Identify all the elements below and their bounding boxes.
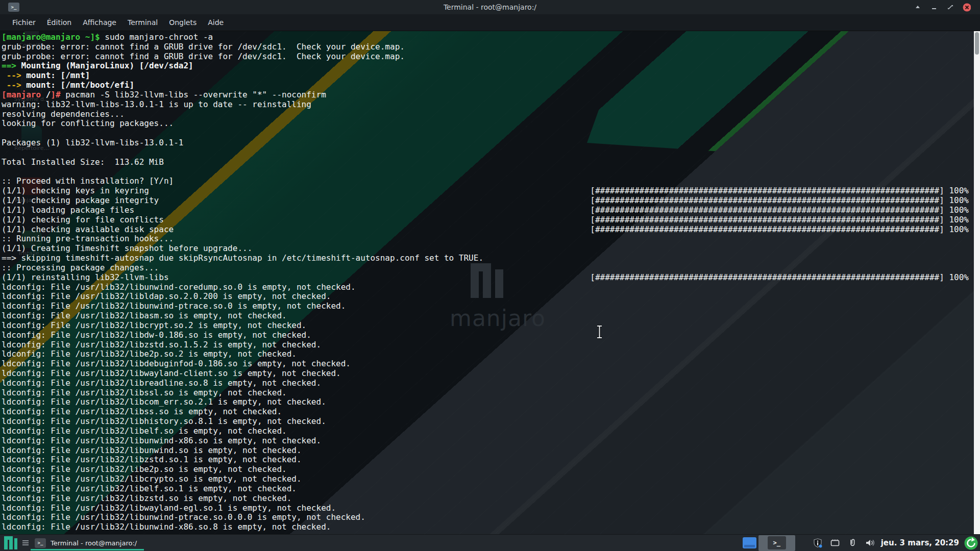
- terminal-line: ldconfig: File /usr/lib32/libdebuginfod-…: [2, 359, 969, 368]
- progress-bar: [#######################################…: [590, 205, 969, 215]
- terminal-line: ldconfig: File /usr/lib32/libss.so is em…: [2, 407, 969, 416]
- terminal-line: Total Installed Size: 113.62 MiB: [2, 157, 969, 167]
- terminal-line: ldconfig: File /usr/lib32/libcom_err.so.…: [2, 397, 969, 407]
- terminal-line: ==> skipping timeshift-autosnap due skip…: [2, 253, 969, 263]
- terminal-screen[interactable]: [manjaro@manjaro ~]$ sudo manjaro-chroot…: [0, 31, 974, 534]
- progress-bar: [#######################################…: [590, 186, 969, 195]
- terminal-line: ldconfig: File /usr/lib32/libzstd.so is …: [2, 493, 969, 503]
- terminal-line: --> mount: [/mnt]: [2, 70, 969, 80]
- menubar: Fichier Édition Affichage Terminal Ongle…: [0, 14, 980, 31]
- terminal-line: ldconfig: File /usr/lib32/libunwind-core…: [2, 282, 969, 292]
- applications-menu-button[interactable]: [4, 536, 17, 549]
- terminal-line: [manjaro /]# pacman -S lib32-llvm-libs -…: [2, 90, 969, 99]
- menu-item-fichier[interactable]: Fichier: [7, 18, 41, 27]
- terminal-line: ldconfig: File /usr/lib32/libe2p.so is e…: [2, 464, 969, 474]
- terminal-line: resolving dependencies...: [2, 109, 969, 119]
- terminal-line: (1/1) reinstalling lib32-llvm-libs[#####…: [2, 272, 969, 282]
- maximize-button[interactable]: [946, 3, 954, 11]
- terminal-line: ldconfig: File /usr/lib32/libhistory.so.…: [2, 416, 969, 426]
- progress-bar: [#######################################…: [590, 224, 969, 234]
- terminal-line: ldconfig: File /usr/lib32/libunwind-ptra…: [2, 301, 969, 311]
- terminal-line: [manjaro@manjaro ~]$ sudo manjaro-chroot…: [2, 32, 969, 42]
- terminal-line: ldconfig: File /usr/lib32/libelf.so is e…: [2, 426, 969, 436]
- terminal-line: ldconfig: File /usr/lib32/libasm.so is e…: [2, 311, 969, 320]
- terminal-line: ==> Mounting (ManjaroLinux) [/dev/sda2]: [2, 61, 969, 70]
- titlebar[interactable]: >_ Terminal - root@manjaro:/: [0, 0, 980, 14]
- progress-bar: [#######################################…: [590, 272, 969, 282]
- terminal-line: grub-probe: error: cannot find a GRUB dr…: [2, 52, 969, 61]
- terminal-line: ldconfig: File /usr/lib32/libreadline.so…: [2, 378, 969, 388]
- window-title: Terminal - root@manjaro:/: [444, 3, 536, 11]
- terminal-line: Packages (1) lib32-llvm-libs-13.0.1-1: [2, 138, 969, 147]
- window-menu-icon[interactable]: [22, 540, 29, 545]
- menu-item-onglets[interactable]: Onglets: [163, 18, 202, 27]
- terminal-line: --> mount: [/mnt/boot/efi]: [2, 80, 969, 90]
- terminal-line: warning: lib32-llvm-libs-13.0.1-1 is up …: [2, 99, 969, 109]
- terminal-line: ldconfig: File /usr/lib32/libunwind-ptra…: [2, 512, 969, 522]
- terminal-line: :: Proceed with installation? [Y/n]: [2, 176, 969, 186]
- volume-icon[interactable]: [865, 538, 875, 548]
- terminal-line: ldconfig: File /usr/lib32/libwayland-egl…: [2, 503, 969, 513]
- terminal-app-icon: >_: [8, 3, 19, 12]
- terminal-line: :: Running pre-transaction hooks...: [2, 234, 969, 243]
- terminal-line: looking for conflicting packages...: [2, 118, 969, 128]
- close-button[interactable]: [963, 3, 971, 11]
- terminal-line: ldconfig: File /usr/lib32/libwayland-cli…: [2, 368, 969, 378]
- scrollbar-thumb[interactable]: [975, 32, 979, 55]
- terminal-line: ldconfig: File /usr/lib32/libzstd.so.1 i…: [2, 455, 969, 464]
- terminal-line: [2, 167, 969, 177]
- terminal-line: ldconfig: File /usr/lib32/libunwind.so i…: [2, 445, 969, 455]
- text-cursor-pointer: [596, 325, 603, 341]
- terminal-line: (1/1) checking for file conflicts[######…: [2, 215, 969, 224]
- taskbar-clock[interactable]: jeu. 3 mars, 20:29: [881, 538, 959, 547]
- paperclip-icon[interactable]: [847, 538, 857, 548]
- terminal-line: (1/1) checking package integrity[#######…: [2, 195, 969, 205]
- terminal-line: grub-probe: error: cannot find a GRUB dr…: [2, 42, 969, 52]
- terminal-task-icon: >_: [35, 538, 46, 548]
- terminal-icon: >_: [768, 536, 786, 549]
- menu-item-edition[interactable]: Édition: [41, 18, 77, 27]
- active-task-indicator: [31, 549, 144, 550]
- terminal-line: [2, 128, 969, 138]
- clipboard-icon[interactable]: [830, 538, 840, 548]
- terminal-line: ldconfig: File /usr/lib32/libunwind-x86.…: [2, 436, 969, 445]
- terminal-line: ldconfig: File /usr/lib32/libssl.so is e…: [2, 388, 969, 397]
- terminal-scrollbar[interactable]: [974, 31, 980, 534]
- task-label: Terminal - root@manjaro:/: [51, 539, 137, 547]
- minimize-button[interactable]: [930, 3, 938, 11]
- terminal-line: ldconfig: File /usr/lib32/libunwind-x86.…: [2, 522, 969, 532]
- terminal-line: ldconfig: File /usr/lib32/libelf.so.1 is…: [2, 484, 969, 493]
- terminal-line: ldconfig: File /usr/lib32/libldap.so.2.0…: [2, 291, 969, 301]
- terminal-line: (1/1) loading package files[############…: [2, 205, 969, 215]
- taskbar-task-terminal[interactable]: >_ Terminal - root@manjaro:/: [31, 535, 144, 551]
- terminal-lines: [manjaro@manjaro ~]$ sudo manjaro-chroot…: [2, 32, 969, 532]
- pager-active-window[interactable]: >_: [758, 535, 795, 551]
- terminal-line: (1/1) checking available disk space[####…: [2, 224, 969, 234]
- terminal-line: ldconfig: File /usr/lib32/libe2p.so.2 is…: [2, 349, 969, 359]
- progress-bar: [#######################################…: [590, 215, 969, 224]
- menu-item-aide[interactable]: Aide: [202, 18, 229, 27]
- menu-item-terminal[interactable]: Terminal: [122, 18, 163, 27]
- notification-shield-icon[interactable]: [813, 538, 823, 548]
- taskbar: >_ Terminal - root@manjaro:/ >_: [0, 534, 980, 551]
- terminal-window: >_ Terminal - root@manjaro:/: [0, 0, 980, 534]
- progress-bar: [#######################################…: [590, 195, 969, 205]
- terminal-line: :: Processing package changes...: [2, 263, 969, 272]
- terminal-line: [2, 147, 969, 157]
- menu-item-affichage[interactable]: Affichage: [77, 18, 122, 27]
- terminal-line: ldconfig: File /usr/lib32/libdw-0.186.so…: [2, 330, 969, 340]
- shade-button[interactable]: [914, 3, 922, 11]
- terminal-line: ldconfig: File /usr/lib32/libzstd.so.1.5…: [2, 340, 969, 349]
- pager-desktop-icon[interactable]: [743, 537, 756, 548]
- terminal-line: ldconfig: File /usr/lib32/libcrypto.so i…: [2, 474, 969, 484]
- update-notifier-icon[interactable]: [964, 536, 978, 550]
- terminal-line: ldconfig: File /usr/lib32/libcrypt.so.2 …: [2, 320, 969, 330]
- terminal-line: (1/1) checking keys in keyring[#########…: [2, 186, 969, 195]
- terminal-line: (1/1) Creating Timeshift snapshot before…: [2, 243, 969, 253]
